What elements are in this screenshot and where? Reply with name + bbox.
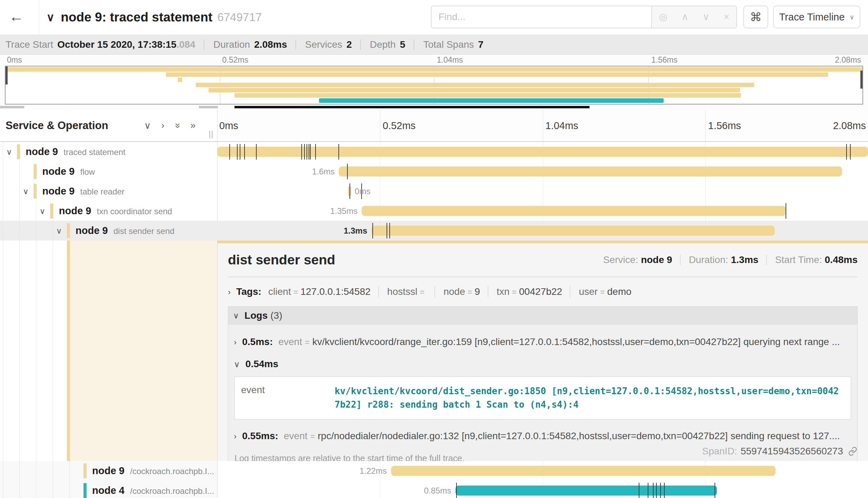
span-row[interactable]: ∨node 9traced statement [0, 142, 868, 162]
log-equals: = [305, 338, 309, 347]
log-entry[interactable]: › 0.55ms: event = rpc/nodedialer/nodedia… [234, 431, 852, 442]
span-collapse-icon[interactable]: ∨ [6, 148, 12, 156]
minimap-right-drag-handle[interactable] [860, 71, 862, 89]
span-row[interactable]: node 9flow1.6ms [0, 162, 868, 181]
span-detail-title: dist sender send [228, 252, 335, 268]
tags-row[interactable]: › Tags: client=127.0.0.1:54582hostssl=no… [228, 286, 858, 297]
indent-guide [3, 221, 3, 241]
span-duration-bar[interactable] [455, 486, 717, 496]
span-row-timeline-cell[interactable]: 1.35ms [217, 201, 868, 221]
log-tick-mark [653, 483, 654, 498]
back-arrow-icon[interactable]: ← [9, 8, 24, 25]
find-input[interactable] [431, 6, 651, 28]
log-entry[interactable]: › 0.5ms: event = kv/kvclient/kvcoord/ran… [234, 336, 852, 347]
summary-item-value: 7 [478, 39, 484, 50]
span-duration-label: 1.35ms [330, 206, 357, 216]
span-row[interactable]: node 9/cockroach.roachpb.I...1.22ms [0, 461, 868, 481]
span-collapse-icon[interactable]: ∨ [56, 227, 62, 235]
tag-value: 127.0.0.1:54582 [300, 286, 370, 297]
collapse-all-icon[interactable]: » [172, 123, 183, 128]
span-row-name-cell[interactable]: ∨node 9dist sender send [0, 221, 217, 241]
span-rows-top: ∨node 9traced statementnode 9flow1.6ms∨n… [0, 142, 868, 241]
tag-value: demo [607, 286, 631, 297]
span-row-timeline-cell[interactable]: 0.85ms [217, 481, 868, 498]
log-tick-mark [307, 144, 307, 160]
span-row[interactable]: ∨node 9dist sender send1.3ms [0, 221, 868, 241]
meta-value: 0.48ms [825, 254, 858, 265]
minimap-left-drag-handle[interactable] [6, 66, 8, 84]
minimap-scrollbar[interactable] [0, 106, 868, 109]
tag-item: user=demo [570, 286, 631, 297]
tag-key: node [443, 286, 465, 297]
span-row-timeline-cell[interactable]: 1.3ms [217, 221, 868, 241]
span-duration-bar[interactable] [391, 466, 776, 476]
span-row-name-cell[interactable]: node 9/cockroach.roachpb.I... [0, 461, 217, 481]
span-duration-bar[interactable] [362, 206, 786, 216]
log-tick-mark [715, 483, 715, 498]
time-axis-label: 1.04ms [546, 120, 578, 132]
service-operation-header: Service & Operation ∨›»» [0, 110, 217, 141]
log-tick-mark [850, 144, 851, 160]
summary-item-fraction: .084 [176, 39, 195, 50]
expand-all-icon[interactable]: » [191, 120, 196, 131]
span-row-name-cell[interactable]: ∨node 9txn coordinator send [0, 201, 217, 221]
span-row-timeline-cell[interactable]: 0ms [217, 181, 868, 201]
log-expander-icon[interactable]: › [234, 432, 237, 441]
log-tick-mark [315, 144, 316, 160]
next-match-icon[interactable]: ∨ [702, 12, 710, 22]
link-icon[interactable] [848, 446, 858, 456]
span-row[interactable]: ∨node 9txn coordinator send1.35ms [0, 201, 868, 221]
minimap-row [6, 98, 862, 103]
scrollbar-segment[interactable] [234, 106, 590, 108]
service-operation-title: Service & Operation [6, 119, 108, 132]
span-row-timeline-cell[interactable] [217, 142, 868, 162]
logs-header[interactable]: ∨ Logs (3) [228, 307, 857, 325]
span-row-timeline-cell[interactable]: 1.22ms [217, 461, 868, 481]
timeline-axis-header: 0ms0.52ms1.04ms1.56ms2.08ms [217, 110, 868, 141]
view-select-button[interactable]: Trace Timeline ∨ [773, 6, 860, 28]
time-axis-label: 1.04ms [437, 55, 463, 65]
expand-one-icon[interactable]: › [161, 120, 165, 131]
scrollbar-segment[interactable] [199, 106, 218, 108]
indent-guide [19, 221, 20, 241]
span-collapse-icon[interactable]: ∨ [39, 207, 45, 215]
span-duration-bar[interactable] [339, 166, 842, 176]
keyboard-shortcuts-button[interactable]: ⌘ [743, 6, 768, 28]
span-row-name-cell[interactable]: ∨node 9table reader [0, 181, 217, 201]
tag-equals: = [512, 288, 516, 297]
match-target-icon[interactable]: ◎ [659, 12, 667, 22]
log-entry-expanded-header[interactable]: ∨ 0.54ms [234, 359, 852, 370]
scrollbar-segment[interactable] [0, 106, 24, 108]
minimap-canvas[interactable] [5, 66, 863, 105]
span-row[interactable]: node 4/cockroach.roachpb.I...0.85ms [0, 481, 868, 498]
span-collapse-icon[interactable]: ∨ [23, 187, 29, 195]
clear-search-icon[interactable]: × [724, 12, 729, 22]
trace-collapse-icon[interactable]: ∨ [46, 11, 54, 24]
column-resizer-handle[interactable] [209, 131, 213, 138]
log-expander-icon[interactable]: ∨ [234, 360, 240, 369]
minimap-row [6, 93, 862, 98]
logs-body: › 0.5ms: event = kv/kvclient/kvcoord/ran… [228, 325, 857, 461]
summary-item: Trace StartOctober 15 2020, 17:38:15.084 [6, 39, 195, 50]
span-row-timeline-cell[interactable]: 1.6ms [217, 162, 868, 181]
collapse-one-icon[interactable]: ∨ [144, 120, 151, 131]
minimap-row [6, 82, 862, 88]
tags-label: Tags: [236, 286, 262, 297]
span-row-name-cell[interactable]: node 9flow [0, 162, 217, 181]
tags-expander-icon[interactable]: › [228, 287, 231, 297]
service-name: node 9 [42, 166, 74, 177]
log-tick-mark [240, 144, 240, 160]
span-duration-bar[interactable] [371, 226, 775, 236]
service-color-chip [50, 203, 53, 218]
span-row-name-cell[interactable]: ∨node 9traced statement [0, 142, 217, 162]
trace-id: 6749717 [217, 11, 262, 24]
time-axis-label: 0ms [219, 120, 238, 132]
span-row-name-cell[interactable]: node 4/cockroach.roachpb.I... [0, 481, 217, 498]
span-row[interactable]: ∨node 9table reader0ms [0, 181, 868, 201]
time-axis-label: 0ms [7, 55, 22, 65]
tag-equals: = [293, 288, 298, 297]
prev-match-icon[interactable]: ∧ [681, 12, 689, 22]
log-tick-mark [244, 144, 245, 160]
log-tick-mark [256, 144, 257, 160]
log-expander-icon[interactable]: › [234, 337, 237, 347]
